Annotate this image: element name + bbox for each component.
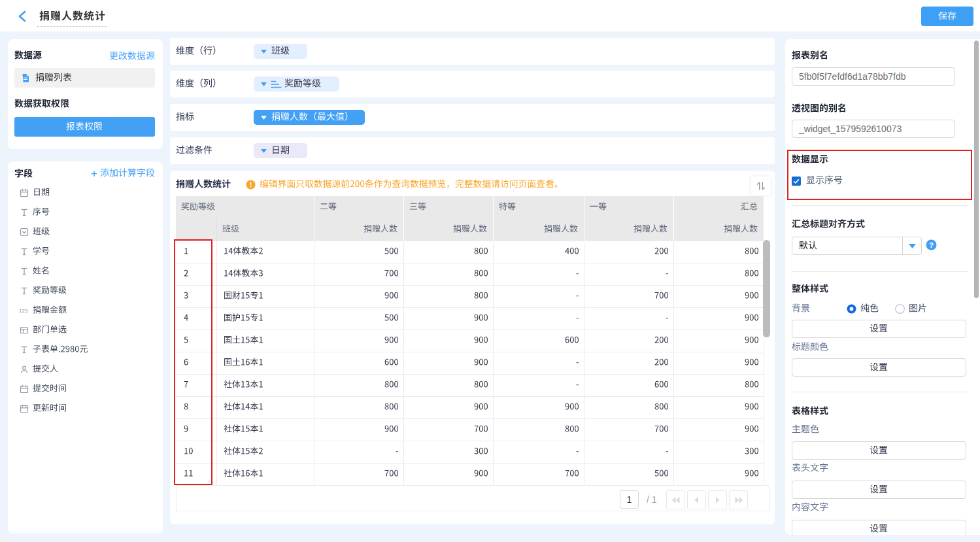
svg-text:?: ? [929, 241, 934, 249]
svg-text:123: 123 [19, 308, 28, 314]
